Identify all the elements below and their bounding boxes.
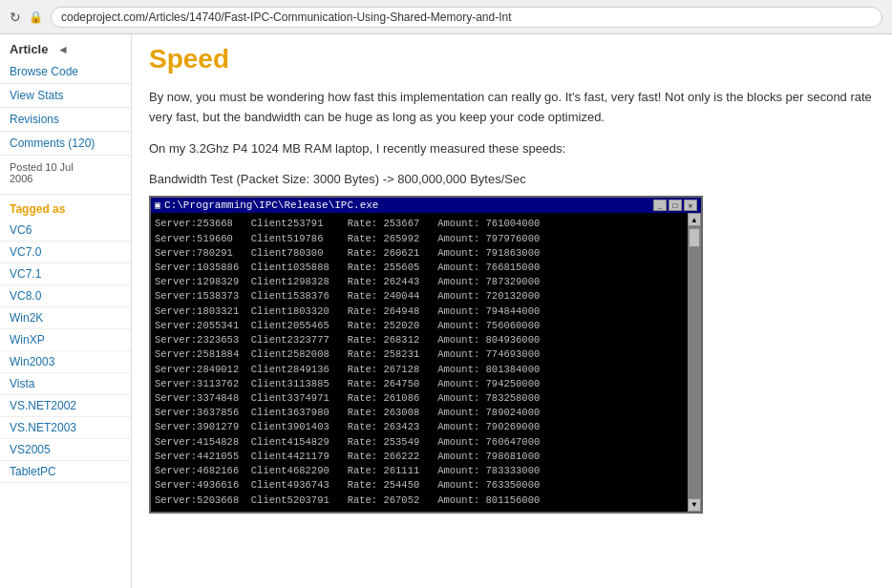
speed-paragraph: On my 3.2Ghz P4 1024 MB RAM laptop, I re… [149,139,875,159]
console-title-text: C:\Programming\IPC\Release\IPC.exe [164,200,378,211]
maximize-button[interactable]: □ [669,200,682,211]
window-buttons: _ □ ✕ [653,200,697,211]
page-container: Article ◄ Browse Code View Stats Revisio… [0,34,892,588]
posted-text: Posted 10 Jul2006 [0,156,131,195]
lock-icon: 🔒 [29,10,43,24]
scroll-up-button[interactable]: ▲ [688,213,701,226]
console-title-left: ▣ C:\Programming\IPC\Release\IPC.exe [155,200,378,211]
sidebar-item-comments[interactable]: Comments (120) [0,132,131,156]
tag-win2k[interactable]: Win2K [0,307,131,329]
bandwidth-paragraph: Bandwidth Test (Packet Size: 3000 Bytes)… [149,172,875,186]
sidebar-item-view-stats[interactable]: View Stats [0,84,131,108]
console-scrollbar[interactable]: ▲ ▼ [688,213,701,511]
tag-vs2005[interactable]: VS2005 [0,439,131,461]
tag-vc71[interactable]: VC7.1 [0,263,131,285]
console-window: ▣ C:\Programming\IPC\Release\IPC.exe _ □… [149,196,703,513]
tag-winxp[interactable]: WinXP [0,329,131,351]
tag-vc80[interactable]: VC8.0 [0,285,131,307]
tag-vsnet2003[interactable]: VS.NET2003 [0,417,131,439]
tagged-as-header: Tagged as [0,195,131,220]
tag-vsnet2002[interactable]: VS.NET2002 [0,395,131,417]
scroll-track [688,226,701,497]
console-output: Server:253668 Client253791 Rate: 253667 … [151,213,688,511]
sidebar-item-revisions[interactable]: Revisions [0,108,131,132]
console-titlebar: ▣ C:\Programming\IPC\Release\IPC.exe _ □… [151,198,701,213]
console-app-icon: ▣ [155,200,160,211]
sidebar: Article ◄ Browse Code View Stats Revisio… [0,34,132,588]
console-body: Server:253668 Client253791 Rate: 253667 … [151,213,701,511]
sidebar-item-browse-code[interactable]: Browse Code [0,60,131,84]
page-title: Speed [149,44,875,74]
tag-win2003[interactable]: Win2003 [0,351,131,373]
article-header: Article ◄ [0,34,131,60]
main-content: Speed By now, you must be wondering how … [132,34,892,588]
tag-tabletpc[interactable]: TabletPC [0,461,131,483]
intro-paragraph: By now, you must be wondering how fast t… [149,88,875,128]
url-bar[interactable]: codeproject.com/Articles/14740/Fast-IPC-… [51,7,882,28]
scroll-down-button[interactable]: ▼ [688,498,701,512]
back-arrow-icon[interactable]: ◄ [57,43,69,56]
browser-bar: ↻ 🔒 codeproject.com/Articles/14740/Fast-… [0,0,892,34]
tag-vc6[interactable]: VC6 [0,220,131,242]
minimize-button[interactable]: _ [653,200,667,211]
close-button[interactable]: ✕ [684,200,697,211]
scroll-thumb[interactable] [689,228,700,247]
refresh-icon[interactable]: ↻ [10,10,21,25]
tag-vc70[interactable]: VC7.0 [0,242,131,263]
tag-vista[interactable]: Vista [0,373,131,395]
